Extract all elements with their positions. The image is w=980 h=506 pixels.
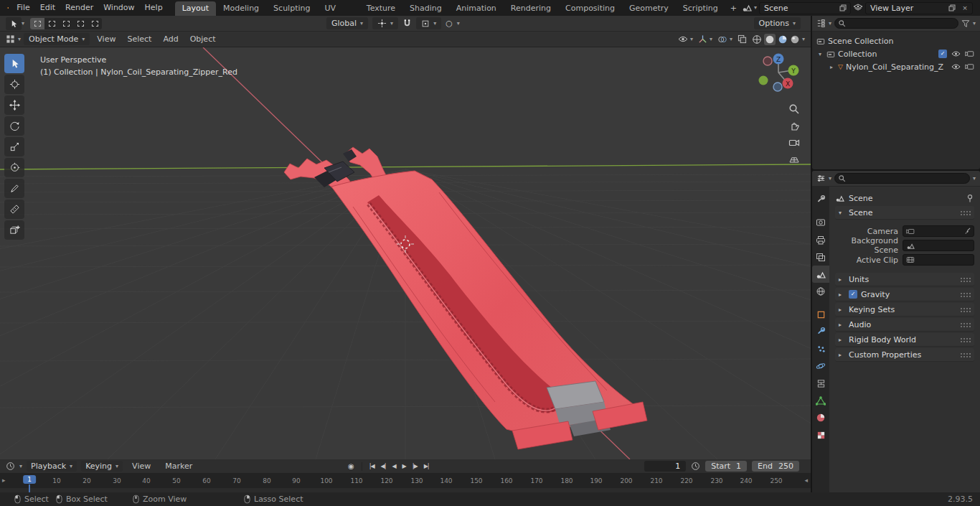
panel-rigid-body-world[interactable]: ▸ Rigid Body World xyxy=(835,333,974,347)
select-mode-extend-button[interactable] xyxy=(44,18,59,29)
shading-material-icon[interactable] xyxy=(778,34,788,44)
transform-orientation-dropdown[interactable]: Global ▾ xyxy=(326,17,368,29)
tab-constraints[interactable] xyxy=(812,375,829,392)
axis-neg-z-ball[interactable] xyxy=(773,83,782,91)
collection-hide-eye-icon[interactable] xyxy=(951,50,961,57)
play-reverse-button[interactable]: ◀ xyxy=(390,462,397,470)
outliner-options-arrow-icon[interactable]: ▾ xyxy=(973,21,976,27)
viewport-canvas[interactable] xyxy=(0,47,811,459)
pin-id-icon[interactable] xyxy=(966,194,974,203)
object-menu[interactable]: Object xyxy=(186,32,220,47)
outliner-search-input[interactable] xyxy=(834,18,958,29)
gravity-checkbox[interactable]: ✓ xyxy=(849,290,857,299)
outliner-row-scene-collection[interactable]: Scene Collection xyxy=(812,34,980,47)
timeline-ruler[interactable]: 10 20 30 40 50 60 70 80 90 100 110 120 1… xyxy=(0,474,811,488)
background-scene-input[interactable] xyxy=(903,240,974,251)
panel-drag-dots[interactable] xyxy=(960,322,971,327)
tab-material[interactable] xyxy=(812,409,829,426)
tool-measure-button[interactable] xyxy=(4,200,24,219)
workspace-tab-rendering[interactable]: Rendering xyxy=(504,1,558,16)
panel-audio[interactable]: ▸ Audio xyxy=(835,318,974,332)
menu-edit[interactable]: Edit xyxy=(35,0,60,16)
current-frame-field[interactable]: 1 xyxy=(644,461,686,472)
jump-to-start-button[interactable]: |◀ xyxy=(367,462,377,470)
workspace-tab-animation[interactable]: Animation xyxy=(449,1,504,16)
toggle-grid-icon[interactable] xyxy=(788,154,800,164)
properties-editor-icon[interactable] xyxy=(816,174,826,183)
panel-drag-dots[interactable] xyxy=(960,352,971,357)
workspace-tab-scripting[interactable]: Scripting xyxy=(676,1,725,16)
timeline-marker-menu[interactable]: Marker xyxy=(160,459,197,474)
outliner-row-collection[interactable]: ▾ Collection ✓ xyxy=(812,47,980,60)
panel-keying-sets[interactable]: ▸ Keying Sets xyxy=(835,303,974,317)
view-menu[interactable]: View xyxy=(93,32,120,47)
shading-rendered-icon[interactable] xyxy=(790,34,800,44)
timeline-view-menu[interactable]: View xyxy=(127,459,156,474)
collection-checkbox[interactable]: ✓ xyxy=(938,50,947,58)
menu-help[interactable]: Help xyxy=(140,0,168,16)
tab-world[interactable] xyxy=(812,283,829,300)
workspace-tab-geometry-nodes[interactable]: Geometry Nodes xyxy=(622,1,676,16)
properties-search-input[interactable] xyxy=(834,173,970,184)
frame-start-field[interactable]: Start 1 xyxy=(705,461,747,472)
object-visibility-icon[interactable] xyxy=(678,35,688,43)
show-gizmo-icon[interactable] xyxy=(698,34,707,44)
shading-solid-icon[interactable] xyxy=(764,34,776,45)
menu-window[interactable]: Window xyxy=(98,0,139,16)
timeline-editor-icon[interactable] xyxy=(6,462,15,471)
ruler-left-arrow-icon[interactable]: ▸ xyxy=(2,477,6,484)
browse-scene-arrow-icon[interactable]: ▾ xyxy=(754,5,757,11)
overlays-arrow-icon[interactable]: ▾ xyxy=(730,37,732,42)
tab-particles[interactable] xyxy=(812,340,829,357)
outliner-editor-icon[interactable] xyxy=(816,19,826,28)
tab-physics[interactable] xyxy=(812,357,829,375)
pivot-point-dropdown[interactable]: ▾ xyxy=(372,17,398,29)
select-mode-new-button[interactable] xyxy=(30,18,44,29)
show-overlays-icon[interactable] xyxy=(717,35,727,44)
outliner-row-object[interactable]: ▸ ▽ Nylon_Coil_Separating_Z xyxy=(812,60,980,73)
options-dropdown[interactable]: Options ▾ xyxy=(754,17,801,29)
next-keyframe-button[interactable]: |▶ xyxy=(410,462,420,470)
tab-scene[interactable] xyxy=(812,266,829,283)
object-hide-eye-icon[interactable] xyxy=(951,63,961,70)
object-disable-render-icon[interactable] xyxy=(965,63,974,70)
workspace-tab-compositing[interactable]: Compositing xyxy=(558,1,622,16)
outliner-editor-arrow-icon[interactable]: ▾ xyxy=(829,21,831,27)
use-preview-range-icon[interactable] xyxy=(691,462,700,471)
select-mode-invert-button[interactable] xyxy=(73,18,88,29)
pan-hand-icon[interactable] xyxy=(788,121,800,132)
active-tool-icon[interactable] xyxy=(6,17,22,30)
tool-transform-button[interactable] xyxy=(4,158,24,177)
tab-texture[interactable] xyxy=(812,426,829,444)
tab-output[interactable] xyxy=(812,231,829,248)
mode-dropdown[interactable]: Object Mode ▾ xyxy=(24,33,90,45)
select-mode-intersect-button[interactable] xyxy=(88,18,102,29)
view-layer-icon[interactable] xyxy=(853,3,863,13)
workspace-tab-layout[interactable]: Layout xyxy=(175,1,216,16)
scene-name-field[interactable]: Scene xyxy=(759,2,851,14)
tab-object[interactable] xyxy=(812,306,829,323)
proportional-editing-icon[interactable]: ○ xyxy=(446,19,453,28)
panel-drag-dots[interactable] xyxy=(960,337,971,342)
browse-scene-icon[interactable] xyxy=(742,3,752,13)
axis-neg-y-ball[interactable] xyxy=(759,76,768,85)
tool-cursor-button[interactable] xyxy=(4,75,24,94)
object-expand-icon[interactable]: ▸ xyxy=(828,64,835,70)
timeline-editor-arrow-icon[interactable]: ▾ xyxy=(19,464,22,469)
panel-custom-properties[interactable]: ▸ Custom Properties xyxy=(835,348,974,362)
workspace-tab-sculpting[interactable]: Sculpting xyxy=(266,1,317,16)
outliner-filter-icon[interactable] xyxy=(961,19,970,28)
editor-type-icon[interactable] xyxy=(6,34,15,44)
blender-logo-icon[interactable] xyxy=(7,3,9,13)
shading-arrow-icon[interactable]: ▾ xyxy=(802,37,805,42)
panel-drag-dots[interactable] xyxy=(960,277,971,282)
ruler-collapse-arrow-icon[interactable]: ◂ xyxy=(804,477,808,484)
tab-tool[interactable] xyxy=(812,191,829,208)
eyedropper-icon[interactable] xyxy=(963,228,971,235)
shading-wireframe-icon[interactable] xyxy=(752,34,762,44)
collection-expand-icon[interactable]: ▾ xyxy=(816,51,824,57)
select-menu[interactable]: Select xyxy=(123,32,156,47)
jump-to-end-button[interactable]: ▶| xyxy=(422,462,431,470)
tab-render[interactable] xyxy=(812,214,829,231)
prev-keyframe-button[interactable]: ◀| xyxy=(379,462,388,470)
